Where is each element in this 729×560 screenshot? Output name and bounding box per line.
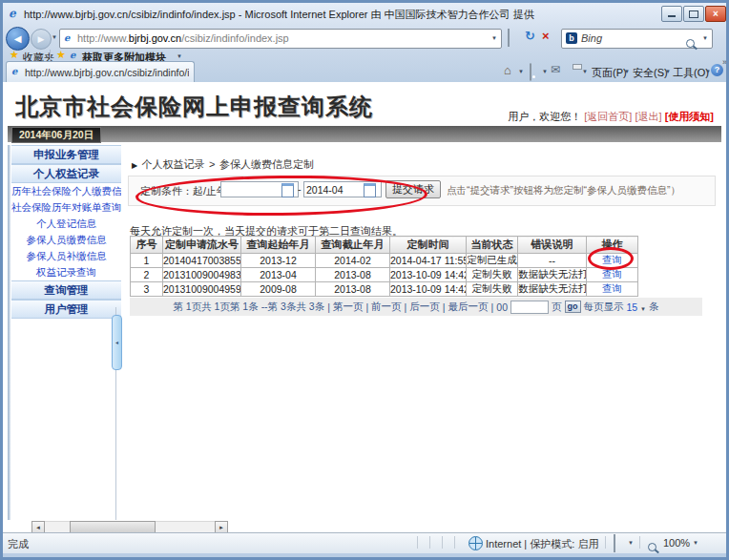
page-icon: e	[64, 32, 70, 43]
menu-security[interactable]: 安全(S)	[633, 66, 668, 80]
sidebar-item-payment-info[interactable]: 参保人员缴费信息	[11, 232, 121, 248]
cell-time: 2014-04-17 11:55:56	[390, 254, 467, 268]
home-dropdown-icon[interactable]: ▼	[518, 69, 524, 74]
internet-zone-icon	[469, 536, 483, 550]
breadcrumb-arrow-icon: ▶	[132, 161, 137, 170]
cell-index: 2	[131, 268, 163, 282]
usage-notice-link[interactable]: [使用须知]	[665, 111, 714, 122]
splitter-arrow-icon: ◄	[115, 340, 119, 345]
pagination-separator: |	[405, 301, 407, 313]
addons-dropdown-icon[interactable]: ▼	[177, 53, 182, 59]
sidebar-item-declare-mgmt[interactable]: 申报业务管理	[11, 145, 121, 164]
overflow-chevron-icon[interactable]: »	[722, 57, 727, 67]
print-dropdown-icon[interactable]: ▼	[582, 69, 588, 74]
last-page-link[interactable]: 最后一页	[448, 301, 489, 314]
sidebar-item-history-statement[interactable]: 历年社会保险个人缴费信息对账单	[11, 183, 121, 199]
search-dropdown-icon[interactable]: ▼	[702, 35, 708, 41]
status-divider	[605, 536, 606, 549]
sidebar-item-user-mgmt[interactable]: 用户管理	[11, 300, 121, 319]
status-divider	[639, 536, 640, 549]
zoom-dropdown-icon[interactable]: ▼	[693, 540, 698, 546]
bing-icon: b	[566, 32, 577, 44]
query-link[interactable]: 查询	[602, 282, 622, 294]
window-bottom-edge	[3, 553, 726, 557]
prev-page-link[interactable]: 前一页	[371, 301, 402, 314]
pagination-summary: 第 1页共 1页第 1条 --第 3条共 3条	[173, 301, 324, 314]
refresh-icon[interactable]: ↻	[525, 29, 535, 43]
sidebar-item-rights-record-query[interactable]: 权益记录查询	[11, 264, 121, 280]
cell-index: 1	[131, 254, 163, 268]
add-favorite-star-icon[interactable]: ★	[56, 49, 66, 61]
search-box[interactable]: b Bing ▼	[561, 29, 713, 49]
security-dropdown-icon[interactable]: ▼	[665, 69, 671, 74]
favorites-divider	[50, 50, 51, 61]
browser-window: e http://www.bjrbj.gov.cn/csibiz/indinfo…	[0, 0, 729, 560]
col-custom-time: 定制时间	[390, 237, 467, 254]
browser-tab[interactable]: e http://www.bjrbj.gov.cn/csibiz/indinfo…	[6, 61, 195, 83]
maximize-icon	[689, 10, 698, 18]
next-page-link[interactable]: 后一页	[409, 301, 440, 314]
per-page-label: 每页显示	[584, 301, 624, 314]
sidebar-item-supplementary-payment[interactable]: 参保人员补缴信息	[11, 248, 121, 264]
maximize-button[interactable]	[683, 6, 704, 22]
address-bar[interactable]: e http://www.bjrbj.gov.cn/csibiz/indinfo…	[59, 29, 502, 49]
sidebar-item-personal-registration[interactable]: 个人登记信息	[11, 216, 121, 232]
stop-icon[interactable]: ×	[542, 29, 550, 43]
window-title: http://www.bjrbj.gov.cn/csibiz/indinfo/i…	[24, 8, 534, 22]
sidebar-item-statement-query[interactable]: 社会保险历年对账单查询（四险	[11, 199, 121, 216]
status-done: 完成	[8, 537, 29, 551]
cell-error: 数据缺失无法打印	[518, 268, 587, 282]
feed-dropdown-icon[interactable]: ▼	[542, 69, 548, 74]
forward-icon: ▶	[38, 34, 45, 44]
compatibility-view-icon[interactable]	[508, 29, 510, 47]
cell-time: 2013-10-09 14:42:03	[390, 282, 467, 297]
home-link[interactable]: [返回首页]	[584, 111, 632, 122]
pagination-separator: |	[491, 301, 494, 313]
go-button[interactable]: go	[565, 301, 581, 313]
menu-tools[interactable]: 工具(O)	[673, 66, 709, 80]
sidebar-item-query-mgmt[interactable]: 查询管理	[11, 280, 121, 300]
splitter-handle[interactable]: ◄	[112, 315, 122, 370]
status-dropdown-icon[interactable]: ▼	[628, 540, 634, 546]
breadcrumb-section: 个人权益记录	[142, 158, 205, 170]
url-prefix: http://www.	[77, 32, 129, 44]
submit-hint: 点击“提交请求”按钮将为您定制“参保人员缴费信息”）	[447, 184, 680, 197]
col-end-month: 查询截止年月	[316, 237, 390, 254]
cell-index: 3	[131, 282, 163, 297]
col-status: 当前状态	[467, 237, 518, 254]
mail-icon[interactable]: ✉	[551, 63, 560, 76]
logout-link[interactable]: [退出]	[635, 111, 661, 122]
page-dropdown-icon[interactable]: ▼	[624, 69, 630, 74]
address-dropdown-icon[interactable]: ▼	[491, 35, 497, 41]
home-icon[interactable]: ⌂	[504, 63, 511, 77]
breadcrumb-separator: >	[209, 158, 215, 170]
feed-icon[interactable]	[530, 63, 531, 81]
close-button[interactable]: ×	[705, 6, 726, 22]
forward-button[interactable]: ▶	[31, 29, 52, 50]
col-serial: 定制申请流水号	[163, 237, 241, 254]
cell-status: 定制失败	[467, 268, 518, 282]
pagination-bar: 第 1页共 1页第 1条 --第 3条共 3条 | 第一页 | 前一页 | 后一…	[130, 298, 702, 316]
menu-page[interactable]: 页面(P)	[592, 66, 627, 80]
back-button[interactable]: ◀	[6, 27, 30, 51]
pagination-separator: |	[327, 301, 330, 313]
items-unit: 条	[649, 301, 659, 314]
cell-status: 定制失败	[467, 282, 518, 297]
per-page-select[interactable]: 15 ▼	[627, 301, 647, 313]
sidebar-item-personal-rights[interactable]: 个人权益记录	[11, 164, 121, 183]
zoom-level[interactable]: 100%	[663, 537, 690, 549]
search-icon[interactable]	[686, 34, 695, 52]
compatibility-status-icon[interactable]	[614, 534, 615, 552]
cell-start: 2013-12	[241, 254, 316, 268]
browser-chrome: e http://www.bjrbj.gov.cn/csibiz/indinfo…	[0, 0, 729, 83]
history-dropdown-icon[interactable]: ▼	[52, 34, 57, 40]
pagination-separator: |	[365, 301, 368, 313]
cell-end: 2013-08	[316, 282, 390, 297]
col-index: 序号	[131, 237, 163, 254]
first-page-link[interactable]: 第一页	[333, 301, 364, 314]
cell-time: 2013-10-09 14:42:15	[390, 268, 467, 282]
jump-page-input[interactable]	[510, 301, 549, 314]
minimize-button[interactable]	[661, 6, 682, 22]
zone-text: Internet | 保护模式: 启用	[486, 537, 598, 551]
cell-start: 2009-08	[241, 282, 316, 297]
